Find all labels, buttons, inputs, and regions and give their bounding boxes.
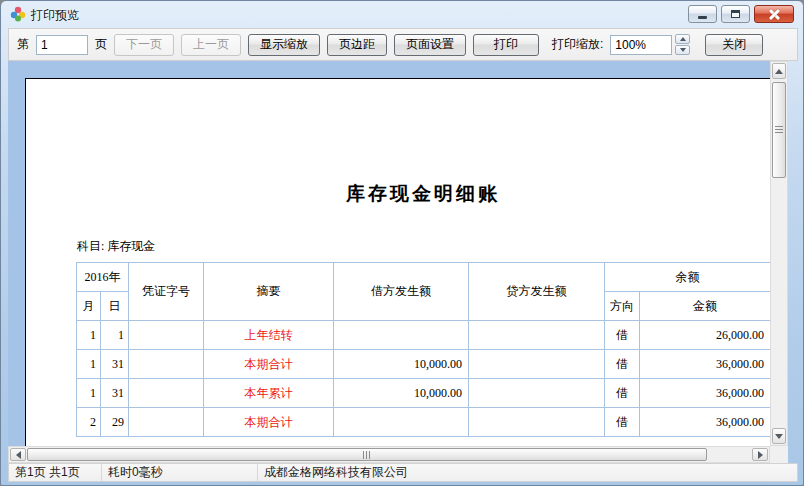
restore-icon xyxy=(731,10,740,18)
cell-month: 2 xyxy=(77,408,101,437)
cell-debit: 10,000.00 xyxy=(334,379,469,408)
header-summary: 摘要 xyxy=(204,263,334,321)
vertical-scrollbar[interactable] xyxy=(770,61,788,446)
cell-month: 1 xyxy=(77,379,101,408)
scroll-grip-icon xyxy=(363,451,371,459)
status-company-name: 成都金格网络科技有限公司 xyxy=(258,464,797,481)
status-page-count: 第1页 共1页 xyxy=(9,464,102,481)
spinner-down-icon xyxy=(680,48,686,52)
scroll-down-icon xyxy=(775,434,783,439)
table-row: 1 1 上年结转 借 26,000.00 xyxy=(77,321,771,350)
ledger-table: 2016年 凭证字号 摘要 借方发生额 贷方发生额 余额 月 日 方向 金额 1… xyxy=(76,262,770,437)
cell-direction: 借 xyxy=(605,350,640,379)
print-button[interactable]: 打印 xyxy=(473,34,539,56)
header-debit: 借方发生额 xyxy=(334,263,469,321)
scroll-up-icon xyxy=(775,69,783,74)
page-number-input[interactable] xyxy=(36,35,88,55)
app-icon xyxy=(10,6,26,22)
page-suffix-label: 页 xyxy=(95,36,107,53)
scroll-left-button[interactable] xyxy=(10,448,26,461)
preview-viewport[interactable]: 库存现金明细账 科目: 库存现金 2016年 凭证字号 摘要 借方发生额 贷方发… xyxy=(8,61,770,446)
cell-summary: 本期合计 xyxy=(204,408,334,437)
cell-amount: 36,000.00 xyxy=(640,408,771,437)
spinner-up-button[interactable] xyxy=(675,34,690,44)
cell-direction: 借 xyxy=(605,321,640,350)
table-row: 1 31 本年累计 10,000.00 借 36,000.00 xyxy=(77,379,771,408)
page-setup-button[interactable]: 页面设置 xyxy=(394,34,466,56)
cell-month: 1 xyxy=(77,321,101,350)
cell-voucher xyxy=(129,379,204,408)
spinner-up-icon xyxy=(680,37,686,41)
header-month: 月 xyxy=(77,292,101,321)
header-direction: 方向 xyxy=(605,292,640,321)
minimize-icon xyxy=(698,16,707,19)
print-zoom-label: 打印缩放: xyxy=(552,36,603,53)
cell-credit xyxy=(469,379,605,408)
cell-credit xyxy=(469,350,605,379)
cell-credit xyxy=(469,408,605,437)
cell-credit xyxy=(469,321,605,350)
header-voucher: 凭证字号 xyxy=(129,263,204,321)
table-row: 1 31 本期合计 10,000.00 借 36,000.00 xyxy=(77,350,771,379)
cell-voucher xyxy=(129,408,204,437)
vertical-scroll-thumb[interactable] xyxy=(772,82,786,178)
cell-day: 1 xyxy=(101,321,129,350)
cell-day: 31 xyxy=(101,379,129,408)
cell-voucher xyxy=(129,321,204,350)
preview-page: 库存现金明细账 科目: 库存现金 2016年 凭证字号 摘要 借方发生额 贷方发… xyxy=(25,78,770,446)
next-page-button[interactable]: 下一页 xyxy=(114,34,174,56)
scroll-right-icon xyxy=(758,451,763,459)
scroll-grip-icon xyxy=(775,126,783,134)
restore-button[interactable] xyxy=(721,5,750,23)
window-title: 打印预览 xyxy=(31,7,79,24)
scrollbar-corner xyxy=(770,446,788,463)
title-bar[interactable]: 打印预览 xyxy=(1,1,803,28)
page-margins-button[interactable]: 页边距 xyxy=(327,34,387,56)
minimize-button[interactable] xyxy=(688,5,717,23)
close-icon xyxy=(769,9,780,20)
cell-debit xyxy=(334,321,469,350)
scroll-up-button[interactable] xyxy=(772,63,786,79)
toolbar: 第 页 下一页 上一页 显示缩放 页边距 页面设置 打印 打印缩放: 关闭 xyxy=(8,28,798,61)
close-window-button[interactable] xyxy=(754,5,794,23)
document-title: 库存现金明细账 xyxy=(76,181,770,207)
print-preview-window: 打印预览 第 页 下一页 上一页 显示缩放 页边距 页面设置 打印 打印缩放: … xyxy=(0,0,804,486)
horizontal-scroll-thumb[interactable] xyxy=(27,448,707,461)
header-day: 日 xyxy=(101,292,129,321)
cell-amount: 36,000.00 xyxy=(640,350,771,379)
header-balance: 余额 xyxy=(605,263,771,292)
header-amount: 金额 xyxy=(640,292,771,321)
show-zoom-button[interactable]: 显示缩放 xyxy=(248,34,320,56)
header-year: 2016年 xyxy=(77,263,129,292)
page-prefix-label: 第 xyxy=(17,36,29,53)
cell-voucher xyxy=(129,350,204,379)
header-credit: 贷方发生额 xyxy=(469,263,605,321)
cell-direction: 借 xyxy=(605,408,640,437)
scroll-right-button[interactable] xyxy=(752,448,768,461)
cell-month: 1 xyxy=(77,350,101,379)
table-header-row: 2016年 凭证字号 摘要 借方发生额 贷方发生额 余额 xyxy=(77,263,771,292)
cell-summary: 本期合计 xyxy=(204,350,334,379)
cell-day: 29 xyxy=(101,408,129,437)
print-zoom-spinner xyxy=(675,34,690,55)
table-row: 2 29 本期合计 借 36,000.00 xyxy=(77,408,771,437)
close-preview-button[interactable]: 关闭 xyxy=(705,34,763,56)
horizontal-scrollbar[interactable] xyxy=(8,446,770,463)
cell-direction: 借 xyxy=(605,379,640,408)
status-bar: 第1页 共1页 耗时0毫秒 成都金格网络科技有限公司 xyxy=(8,463,798,482)
cell-summary: 本年累计 xyxy=(204,379,334,408)
cell-debit: 10,000.00 xyxy=(334,350,469,379)
subject-line: 科目: 库存现金 xyxy=(77,238,155,255)
scroll-left-icon xyxy=(16,451,21,459)
prev-page-button[interactable]: 上一页 xyxy=(181,34,241,56)
cell-summary: 上年结转 xyxy=(204,321,334,350)
status-elapsed-time: 耗时0毫秒 xyxy=(102,464,258,481)
spinner-down-button[interactable] xyxy=(675,45,690,55)
cell-amount: 26,000.00 xyxy=(640,321,771,350)
print-zoom-input[interactable] xyxy=(610,35,672,55)
cell-day: 31 xyxy=(101,350,129,379)
cell-amount: 36,000.00 xyxy=(640,379,771,408)
cell-debit xyxy=(334,408,469,437)
scroll-down-button[interactable] xyxy=(772,428,786,444)
